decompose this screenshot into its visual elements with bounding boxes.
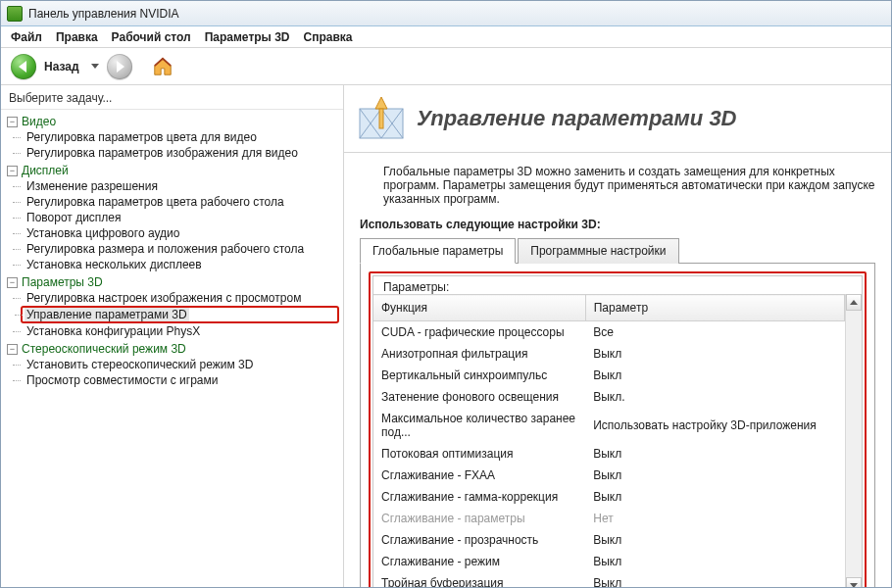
cell-value: Выкл. (585, 386, 844, 408)
page-description: Глобальные параметры 3D можно заменить и… (344, 153, 891, 216)
cell-function: Затенение фонового освещения (373, 386, 585, 408)
menubar: Файл Правка Рабочий стол Параметры 3D Сп… (1, 26, 891, 48)
cell-function: Вертикальный синхроимпульс (373, 365, 585, 386)
tree-item-rotate[interactable]: Поворот дисплея (21, 210, 339, 225)
tabs: Глобальные параметры Программные настрой… (360, 237, 875, 264)
cell-value: Выкл (585, 529, 844, 551)
cell-value: Выкл (585, 572, 844, 588)
table-row[interactable]: Сглаживание - FXAAВыкл (373, 465, 845, 486)
cell-function: CUDA - графические процессоры (373, 321, 585, 344)
cell-function: Максимальное количество заранее под... (373, 408, 585, 443)
cell-function: Тройная буферизация (373, 572, 585, 588)
tree-item-game-compat[interactable]: Просмотр совместимости с играми (21, 372, 339, 388)
back-dropdown-icon[interactable] (91, 64, 99, 69)
arrow-left-icon (19, 61, 26, 73)
home-icon[interactable] (152, 56, 173, 77)
cell-function: Сглаживание - режим (373, 551, 585, 572)
column-value[interactable]: Параметр (585, 295, 844, 321)
table-row[interactable]: Сглаживание - режимВыкл (373, 551, 845, 572)
menu-edit[interactable]: Правка (56, 30, 98, 44)
cell-value: Выкл (585, 343, 844, 365)
cell-function: Сглаживание - прозрачность (373, 529, 585, 551)
cell-function: Потоковая оптимизация (373, 443, 585, 465)
table-row[interactable]: Сглаживание - прозрачностьВыкл (373, 529, 845, 551)
parameters-highlight: Параметры: Функция Параметр CUDA - графи… (369, 271, 867, 588)
tree-group-stereo: − Стереоскопический режим 3D Установить … (7, 341, 339, 388)
tree-group-display: − Дисплей Изменение разрешения Регулиров… (7, 163, 339, 272)
nav-toolbar: Назад (1, 48, 891, 85)
table-row[interactable]: Сглаживание - гамма-коррекцияВыкл (373, 486, 845, 508)
svg-rect-1 (379, 109, 383, 128)
tree-item-manage3d[interactable]: Управление параметрами 3D (21, 306, 339, 323)
cell-value: Выкл (585, 465, 844, 486)
table-row[interactable]: Вертикальный синхроимпульсВыкл (373, 365, 845, 386)
cell-value: Нет (585, 508, 844, 529)
back-label: Назад (44, 60, 79, 74)
page-header-icon (358, 95, 405, 142)
scrollbar[interactable] (845, 294, 862, 588)
tree-group-label: Видео (22, 115, 56, 128)
window-title: Панель управления NVIDIA (28, 7, 179, 21)
cell-value: Выкл (585, 365, 844, 386)
parameters-table: Функция Параметр CUDA - графические проц… (373, 294, 845, 588)
table-row[interactable]: Потоковая оптимизацияВыкл (373, 443, 845, 465)
parameters-caption: Параметры: (379, 280, 453, 294)
tab-global[interactable]: Глобальные параметры (360, 238, 516, 264)
tree-item-digital-audio[interactable]: Установка цифрового аудио (21, 225, 339, 241)
main-pane: Управление параметрами 3D Глобальные пар… (344, 85, 891, 588)
sidebar-task-label: Выберите задачу... (1, 85, 343, 110)
table-row[interactable]: Максимальное количество заранее под...Ис… (373, 408, 845, 443)
tab-program[interactable]: Программные настройки (518, 238, 678, 264)
settings-heading: Использовать следующие настройки 3D: (344, 216, 891, 237)
sidebar: Выберите задачу... − Видео Регулировка п… (1, 85, 344, 588)
expander-icon[interactable]: − (7, 344, 18, 355)
menu-file[interactable]: Файл (11, 30, 42, 44)
tab-content: Параметры: Функция Параметр CUDA - графи… (360, 264, 875, 588)
titlebar: Панель управления NVIDIA (1, 1, 891, 26)
tree-header-video[interactable]: − Видео (7, 114, 339, 129)
tree-header-params3d[interactable]: − Параметры 3D (7, 274, 339, 290)
tree-item-set-stereo[interactable]: Установить стереоскопический режим 3D (21, 357, 339, 372)
tree-group-label: Стереоскопический режим 3D (22, 342, 186, 356)
table-row[interactable]: CUDA - графические процессорыВсе (373, 321, 845, 344)
scroll-up-button[interactable] (846, 294, 862, 311)
tree-group-label: Дисплей (22, 164, 69, 177)
menu-help[interactable]: Справка (304, 30, 353, 44)
tree-item-video-image[interactable]: Регулировка параметров изображения для в… (21, 145, 339, 161)
back-button[interactable] (11, 54, 36, 79)
menu-params-3d[interactable]: Параметры 3D (205, 30, 290, 44)
tree-group-params3d: − Параметры 3D Регулировка настроек изоб… (7, 274, 339, 339)
cell-value: Выкл (585, 486, 844, 508)
page-header: Управление параметрами 3D (344, 85, 891, 153)
cell-function: Анизотропная фильтрация (373, 343, 585, 365)
tree-item-multi-display[interactable]: Установка нескольких дисплеев (21, 257, 339, 272)
tree-item-physx[interactable]: Установка конфигурации PhysX (21, 323, 339, 339)
page-title: Управление параметрами 3D (417, 106, 737, 131)
expander-icon[interactable]: − (7, 277, 18, 288)
cell-value: Использовать настройку 3D-приложения (585, 408, 844, 443)
table-row[interactable]: Анизотропная фильтрацияВыкл (373, 343, 845, 365)
cell-value: Выкл (585, 443, 844, 465)
cell-value: Все (585, 321, 844, 344)
tree-item-resolution[interactable]: Изменение разрешения (21, 178, 339, 194)
tree-item-video-color[interactable]: Регулировка параметров цвета для видео (21, 129, 339, 145)
chevron-down-icon (850, 583, 858, 588)
tree-item-desktop-color[interactable]: Регулировка параметров цвета рабочего ст… (21, 194, 339, 210)
scroll-down-button[interactable] (846, 577, 862, 588)
expander-icon[interactable]: − (7, 117, 18, 127)
tree-header-display[interactable]: − Дисплей (7, 163, 339, 178)
column-function[interactable]: Функция (373, 295, 585, 321)
table-row[interactable]: Затенение фонового освещенияВыкл. (373, 386, 845, 408)
table-row[interactable]: Сглаживание - параметрыНет (373, 508, 845, 529)
expander-icon[interactable]: − (7, 166, 18, 176)
table-row[interactable]: Тройная буферизацияВыкл (373, 572, 845, 588)
menu-desktop[interactable]: Рабочий стол (112, 30, 191, 44)
tree-group-video: − Видео Регулировка параметров цвета для… (7, 114, 339, 161)
forward-button[interactable] (107, 54, 132, 79)
tree-item-size-pos[interactable]: Регулировка размера и положения рабочего… (21, 241, 339, 257)
app-icon (7, 6, 23, 22)
cell-function: Сглаживание - FXAA (373, 465, 585, 486)
tree-header-stereo[interactable]: − Стереоскопический режим 3D (7, 341, 339, 357)
tree-group-label: Параметры 3D (22, 275, 103, 289)
tree-item-image-preview[interactable]: Регулировка настроек изображения с просм… (21, 290, 339, 306)
